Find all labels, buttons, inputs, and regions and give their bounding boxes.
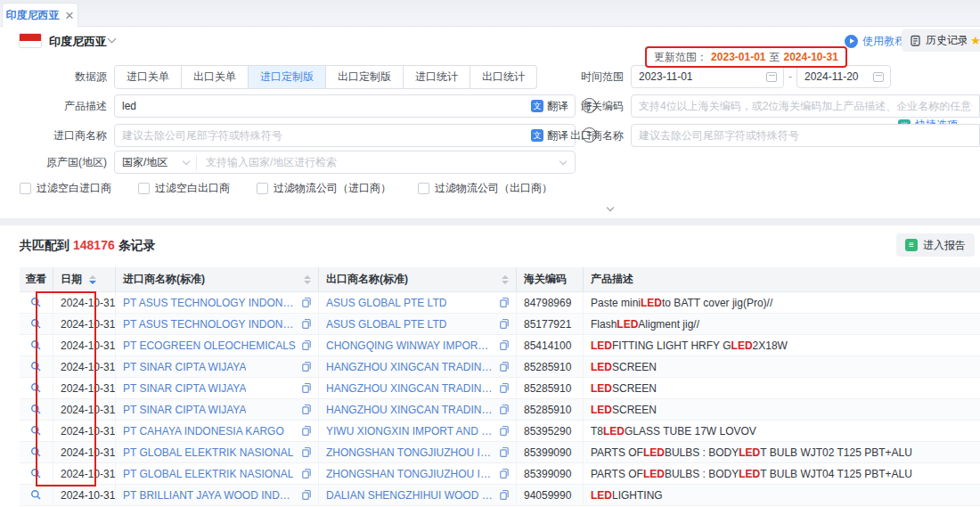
origin-country-select[interactable]: 国家/地区 支持输入国家/地区进行检索 [114, 151, 576, 174]
copy-icon[interactable] [499, 361, 510, 372]
product-desc-input[interactable]: 文翻译 [114, 94, 576, 118]
exporter-name[interactable]: HANGZHOU XINGCAN TRADING CO LTD [326, 404, 494, 416]
exporter-name[interactable]: ZHONGSHAN TONGJIUZHOU INTERNA... [326, 446, 494, 459]
view-button[interactable] [20, 292, 53, 313]
importer-name[interactable]: PT GLOBAL ELEKTRIK NASIONAL [123, 446, 293, 459]
origin-search-placeholder[interactable]: 支持输入国家/地区进行检索 [197, 155, 560, 170]
checkbox-logistics-importer[interactable]: 过滤物流公司（进口商） [257, 181, 391, 196]
copy-icon[interactable] [301, 489, 312, 501]
importer-value[interactable] [115, 129, 531, 142]
close-icon[interactable]: ✕ [65, 9, 75, 22]
sort-asc-icon[interactable] [89, 275, 96, 279]
importer-link[interactable]: PT SINAR CIPTA WIJAYA [116, 399, 319, 420]
exporter-link[interactable]: DALIAN SHENGZHIHUI WOOD INDUST... [319, 485, 517, 505]
view-button[interactable] [20, 442, 53, 462]
sort-control-importer[interactable] [304, 275, 311, 284]
copy-icon[interactable] [301, 425, 312, 437]
exporter-link[interactable]: ZHONGSHAN TONGJIUZHOU INTERNA... [319, 442, 517, 462]
collapse-panel-handle[interactable] [575, 203, 646, 217]
copy-icon[interactable] [499, 468, 510, 479]
sort-control-exporter[interactable] [502, 275, 509, 284]
copy-icon[interactable] [499, 446, 510, 458]
checkbox-blank-importer[interactable]: 过滤空白进口商 [20, 181, 111, 196]
origin-type-dropdown[interactable]: 国家/地区 [115, 155, 197, 170]
tab-export-custom[interactable]: 出口定制版 [326, 65, 404, 89]
sort-desc-icon[interactable] [89, 281, 96, 284]
importer-name[interactable]: PT CAHAYA INDONESIA KARGO [123, 425, 284, 437]
exporter-link[interactable]: HANGZHOU XINGCAN TRADING CO LTD [319, 399, 517, 420]
checkbox-icon[interactable] [138, 183, 150, 194]
checkbox-blank-exporter[interactable]: 过滤空白出口商 [138, 181, 230, 196]
view-button[interactable] [20, 378, 53, 398]
importer-link[interactable]: PT ASUS TECHNOLOGY INDONESIA BA... [116, 314, 319, 334]
copy-icon[interactable] [499, 425, 510, 437]
exporter-name[interactable]: DALIAN SHENGZHIHUI WOOD INDUST... [326, 489, 494, 502]
tab-import-stats[interactable]: 进口统计 [404, 65, 470, 89]
view-button[interactable] [20, 463, 53, 484]
view-button[interactable] [20, 335, 53, 356]
exporter-input[interactable] [631, 124, 980, 147]
importer-link[interactable]: PT CAHAYA INDONESIA KARGO [116, 421, 319, 441]
importer-input[interactable]: 文翻译 [114, 124, 576, 147]
end-date-input[interactable] [796, 65, 891, 88]
col-importer[interactable]: 进口商名称(标准) [116, 267, 319, 291]
checkbox-icon[interactable] [418, 183, 429, 194]
importer-link[interactable]: PT ASUS TECHNOLOGY INDONESIA BA... [116, 292, 319, 313]
exporter-name[interactable]: ASUS GLOBAL PTE LTD [326, 318, 446, 331]
copy-icon[interactable] [499, 404, 510, 415]
product-desc-value[interactable] [115, 100, 531, 112]
tutorial-button[interactable]: 使用教程 [845, 32, 905, 50]
history-button[interactable]: 历史记录 [902, 29, 976, 52]
importer-name[interactable]: PT ECOGREEN OLEOCHEMICALS [123, 339, 296, 352]
exporter-link[interactable]: ASUS GLOBAL PTE LTD [319, 314, 517, 334]
copy-icon[interactable] [499, 339, 510, 351]
importer-name[interactable]: PT BRILLIANT JAYA WOOD INDUSTRY [123, 489, 297, 502]
view-button[interactable] [20, 399, 53, 420]
exporter-link[interactable]: ZHONGSHAN TONGJIUZHOU INTERNA... [319, 463, 517, 484]
hs-code-value[interactable] [632, 100, 979, 112]
exporter-name[interactable]: ZHONGSHAN TONGJIUZHOU INTERNA... [326, 468, 494, 480]
exporter-link[interactable]: HANGZHOU XINGCAN TRADING CO LTD [319, 378, 517, 398]
importer-name[interactable]: PT ASUS TECHNOLOGY INDONESIA BA... [123, 318, 297, 331]
view-button[interactable] [20, 485, 53, 505]
favorite-button[interactable]: ★ [967, 29, 980, 52]
importer-link[interactable]: PT BRILLIANT JAYA WOOD INDUSTRY [116, 485, 319, 505]
copy-icon[interactable] [301, 404, 312, 415]
view-button[interactable] [20, 421, 53, 441]
importer-name[interactable]: PT SINAR CIPTA WIJAYA [123, 404, 246, 416]
tab-export-declaration[interactable]: 出口关单 [182, 65, 249, 89]
exporter-link[interactable]: YIWU XIONGXIN IMPORT AND EXPORT... [319, 421, 517, 441]
importer-name[interactable]: PT SINAR CIPTA WIJAYA [123, 382, 246, 395]
exporter-name[interactable]: CHONGQING WINWAY IMPORT AND E... [326, 339, 494, 352]
view-button[interactable] [20, 356, 53, 377]
exporter-name[interactable]: HANGZHOU XINGCAN TRADING CO LTD [326, 361, 494, 373]
copy-icon[interactable] [301, 297, 312, 308]
copy-icon[interactable] [499, 489, 510, 501]
sort-desc-icon[interactable] [502, 281, 509, 284]
importer-name[interactable]: PT GLOBAL ELEKTRIK NASIONAL [123, 468, 293, 480]
hs-code-input[interactable] [631, 94, 980, 118]
sort-asc-icon[interactable] [502, 275, 509, 279]
exporter-name[interactable]: YIWU XIONGXIN IMPORT AND EXPORT... [326, 425, 494, 437]
copy-icon[interactable] [499, 297, 510, 308]
enter-report-button[interactable]: ≡ 进入报告 [896, 233, 975, 257]
start-date-value[interactable] [632, 70, 763, 83]
copy-icon[interactable] [499, 382, 510, 394]
importer-link[interactable]: PT ECOGREEN OLEOCHEMICALS [116, 335, 319, 356]
col-exporter[interactable]: 出口商名称(标准) [319, 267, 517, 291]
checkbox-icon[interactable] [20, 183, 31, 194]
sort-control-date[interactable] [89, 275, 96, 284]
tab-indonesia[interactable]: 印度尼西亚 ✕ [2, 3, 78, 27]
tab-import-custom[interactable]: 进口定制版 [249, 65, 326, 89]
importer-name[interactable]: PT SINAR CIPTA WIJAYA [123, 361, 246, 373]
copy-icon[interactable] [301, 339, 312, 351]
copy-icon[interactable] [499, 318, 510, 330]
importer-name[interactable]: PT ASUS TECHNOLOGY INDONESIA BA... [123, 297, 297, 309]
col-date[interactable]: 日期 [53, 267, 116, 291]
importer-link[interactable]: PT GLOBAL ELEKTRIK NASIONAL [116, 463, 319, 484]
view-button[interactable] [20, 314, 53, 334]
copy-icon[interactable] [301, 468, 312, 479]
chevron-down-icon[interactable] [108, 35, 117, 44]
exporter-link[interactable]: ASUS GLOBAL PTE LTD [319, 292, 517, 313]
tab-import-declaration[interactable]: 进口关单 [114, 65, 182, 89]
